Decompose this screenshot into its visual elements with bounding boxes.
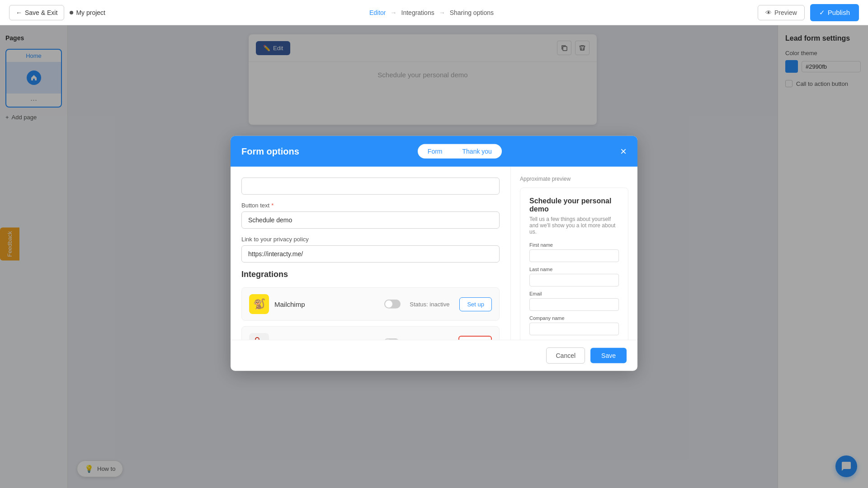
chevron-left-icon: ← [16, 9, 22, 16]
privacy-label: Link to your privacy policy [241, 236, 500, 243]
form-options-modal: Form options Form Thank you × Button tex… [231, 136, 637, 371]
form-field-empty [241, 178, 500, 195]
modal-tabs: Form Thank you [418, 144, 502, 159]
webhooks-toggle[interactable] [383, 338, 400, 340]
tab-thankyou[interactable]: Thank you [453, 144, 502, 159]
topbar-right: 👁 Preview ✓ Publish [758, 4, 859, 21]
publish-button[interactable]: ✓ Publish [810, 4, 859, 21]
publish-label: Publish [828, 9, 850, 16]
privacy-input[interactable] [241, 245, 500, 263]
breadcrumb: Editor → Integrations → Sharing options [369, 9, 494, 16]
modal-left-panel: Button text * Link to your privacy polic… [231, 167, 511, 340]
arrow-icon-2: → [439, 9, 445, 16]
mailchimp-logo: 🐒 [249, 294, 269, 314]
integrations-title: Integrations [241, 270, 500, 279]
modal-body: Button text * Link to your privacy polic… [231, 167, 637, 340]
webhooks-setup-button[interactable]: Set up [458, 335, 492, 340]
required-star: * [271, 202, 274, 209]
integration-webhooks: Webhooks Status: inactive Set up [241, 326, 500, 340]
dot-icon [70, 11, 73, 14]
toggle-dot-2 [384, 339, 392, 340]
preview-section-title: Approximate preview [520, 176, 628, 182]
privacy-field: Link to your privacy policy [241, 236, 500, 263]
eye-icon: 👁 [765, 9, 772, 16]
preview-company-label: Company name [529, 315, 619, 321]
preview-last-name-input [529, 274, 619, 286]
tab-form[interactable]: Form [418, 144, 453, 159]
button-text-input[interactable] [241, 211, 500, 229]
preview-first-name-label: First name [529, 242, 619, 248]
check-icon: ✓ [819, 9, 825, 17]
button-text-label: Button text * [241, 202, 500, 209]
preview-company-input [529, 323, 619, 335]
topbar: ← Save & Exit My project Editor → Integr… [0, 0, 868, 25]
modal-right-panel: Approximate preview Schedule your person… [511, 167, 637, 340]
mailchimp-name: Mailchimp [274, 300, 379, 308]
preview-email-label: Email [529, 291, 619, 296]
modal-header: Form options Form Thank you × [231, 136, 637, 167]
modal-close-button[interactable]: × [620, 146, 627, 157]
project-name-text: My project [76, 9, 105, 16]
preview-first-name-input [529, 249, 619, 262]
mailchimp-setup-button[interactable]: Set up [459, 297, 492, 311]
preview-last-name-label: Last name [529, 267, 619, 272]
tab-thankyou-label: Thank you [462, 148, 492, 155]
save-button[interactable]: Save [590, 348, 627, 363]
preview-card-title: Schedule your personal demo [529, 197, 619, 213]
button-text-field: Button text * [241, 202, 500, 229]
topbar-left: ← Save & Exit My project [9, 5, 105, 20]
close-icon: × [620, 145, 627, 157]
save-exit-button[interactable]: ← Save & Exit [9, 5, 64, 20]
project-name: My project [70, 9, 105, 16]
integration-mailchimp: 🐒 Mailchimp Status: inactive Set up [241, 287, 500, 321]
breadcrumb-integrations[interactable]: Integrations [401, 9, 434, 16]
tab-form-label: Form [428, 148, 443, 155]
breadcrumb-editor[interactable]: Editor [369, 9, 386, 16]
form-field-empty-input[interactable] [241, 178, 500, 195]
modal-title: Form options [241, 146, 299, 156]
modal-footer: Cancel Save [231, 340, 637, 371]
cancel-button[interactable]: Cancel [546, 347, 585, 364]
preview-card-subtitle: Tell us a few things about yourself and … [529, 216, 619, 235]
mailchimp-toggle[interactable] [384, 300, 401, 309]
preview-label: Preview [774, 9, 797, 16]
preview-email-input [529, 298, 619, 311]
preview-card: Schedule your personal demo Tell us a fe… [520, 188, 628, 340]
webhooks-logo [249, 333, 269, 340]
arrow-icon: → [391, 9, 397, 16]
preview-button[interactable]: 👁 Preview [758, 5, 805, 20]
mailchimp-status: Status: inactive [410, 300, 449, 307]
save-exit-label: Save & Exit [25, 9, 57, 16]
toggle-dot [385, 300, 392, 308]
breadcrumb-sharing[interactable]: Sharing options [450, 9, 494, 16]
